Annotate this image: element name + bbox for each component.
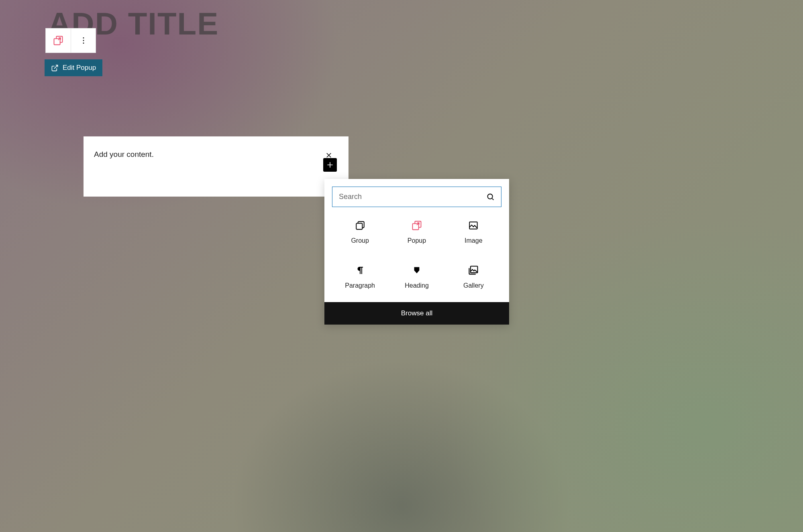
- paragraph-icon: [354, 264, 366, 276]
- inserter-item-paragraph[interactable]: Paragraph: [332, 261, 388, 292]
- block-inserter-panel: Group Popup: [324, 179, 509, 325]
- group-icon: [354, 219, 366, 231]
- add-block-button[interactable]: [323, 158, 337, 172]
- image-icon: [467, 219, 479, 231]
- content-placeholder-text: Add your content.: [94, 150, 338, 159]
- svg-rect-5: [356, 223, 362, 229]
- editor-canvas: ADD TITLE: [0, 0, 803, 532]
- inserter-item-label: Image: [465, 237, 482, 244]
- popup-block-icon-button[interactable]: [46, 28, 71, 53]
- external-link-icon: [51, 64, 59, 72]
- inserter-item-gallery[interactable]: Gallery: [445, 261, 502, 292]
- svg-point-3: [83, 43, 84, 44]
- content-placeholder-block[interactable]: Add your content.: [84, 136, 349, 197]
- inserter-item-heading[interactable]: Heading: [388, 261, 445, 292]
- inserter-item-image[interactable]: Image: [445, 216, 502, 248]
- svg-point-2: [83, 40, 84, 41]
- popup-icon: [53, 35, 64, 46]
- inserter-item-popup[interactable]: Popup: [388, 216, 445, 248]
- search-input[interactable]: [339, 193, 482, 201]
- plus-icon: [326, 161, 334, 169]
- inserter-item-label: Paragraph: [345, 282, 375, 289]
- edit-popup-button[interactable]: Edit Popup: [45, 59, 102, 76]
- more-vertical-icon: [79, 36, 88, 45]
- inserter-search-field-wrap[interactable]: [332, 187, 501, 207]
- search-icon: [486, 193, 495, 201]
- inserter-item-label: Gallery: [463, 282, 484, 289]
- inserter-item-label: Group: [351, 237, 369, 244]
- inserter-item-label: Popup: [408, 237, 426, 244]
- svg-point-1: [83, 37, 84, 39]
- svg-rect-6: [412, 223, 418, 229]
- inserter-item-label: Heading: [405, 282, 429, 289]
- browse-all-button[interactable]: Browse all: [324, 302, 509, 325]
- browse-all-label: Browse all: [401, 309, 432, 317]
- popup-icon: [411, 219, 423, 231]
- block-toolbar: [45, 28, 96, 53]
- more-options-button[interactable]: [71, 28, 96, 53]
- gallery-icon: [467, 264, 479, 276]
- heading-icon: [411, 264, 423, 276]
- inserter-search: [324, 179, 509, 215]
- edit-popup-label: Edit Popup: [63, 64, 96, 72]
- svg-point-4: [488, 194, 493, 199]
- svg-rect-0: [54, 39, 60, 45]
- inserter-grid: Group Popup: [324, 215, 509, 302]
- svg-rect-7: [470, 222, 478, 229]
- inserter-item-group[interactable]: Group: [332, 216, 388, 248]
